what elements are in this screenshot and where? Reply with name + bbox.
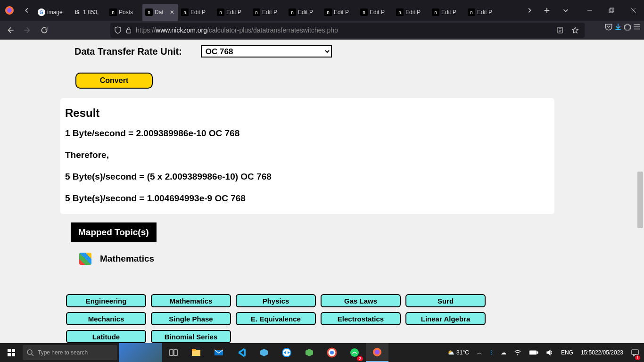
- mail-icon[interactable]: [207, 343, 230, 362]
- tab-edit-4[interactable]: nEdit P: [286, 4, 322, 21]
- nav-reload-button[interactable]: [37, 23, 52, 38]
- link-e-equivalence[interactable]: E. Equivalence: [236, 312, 316, 325]
- svg-point-20: [330, 351, 334, 354]
- tab-edit-5[interactable]: nEdit P: [322, 4, 357, 21]
- weather-tray[interactable]: ⛅31°C: [446, 343, 471, 362]
- vscode-icon[interactable]: [230, 343, 253, 362]
- tab-label: Edit P: [370, 9, 390, 16]
- svg-rect-4: [127, 30, 131, 33]
- window-close-button[interactable]: [622, 0, 644, 21]
- svg-rect-25: [537, 352, 538, 354]
- mapped-topic-row[interactable]: Mathematics: [79, 253, 154, 265]
- reader-mode-icon[interactable]: [554, 25, 566, 36]
- chrome-icon[interactable]: [321, 343, 343, 362]
- nav-back-button[interactable]: [3, 23, 18, 38]
- search-placeholder: Type here to search: [38, 349, 88, 356]
- onedrive-icon[interactable]: ☁: [499, 343, 508, 362]
- extensions-icon[interactable]: [623, 23, 632, 31]
- scrollbar-thumb[interactable]: [637, 172, 643, 228]
- result-line: 5 Byte(s)/second = (5 x 2.009389986e-10)…: [65, 172, 550, 182]
- link-binomial-series[interactable]: Binomial Series: [151, 330, 231, 343]
- mapped-topic-label: Mathematics: [100, 254, 154, 264]
- tab-edit-8[interactable]: nEdit P: [429, 4, 465, 21]
- tab-edit-7[interactable]: nEdit P: [393, 4, 429, 21]
- taskbar-weather-widget[interactable]: [119, 343, 162, 362]
- svg-rect-7: [12, 349, 15, 352]
- link-linear-algebra[interactable]: Linear Algebra: [405, 312, 486, 325]
- tab-scroll-left-button[interactable]: [19, 0, 35, 21]
- tab-label: image: [47, 9, 68, 16]
- notifications-icon[interactable]: 1: [629, 343, 641, 362]
- tab-label: Edit P: [298, 9, 319, 16]
- tab-edit-2[interactable]: nEdit P: [214, 4, 250, 21]
- svg-rect-12: [174, 350, 177, 355]
- unit-row: Data Transfer Rate Unit: OC 768: [74, 45, 332, 58]
- tab-image[interactable]: G image: [35, 4, 71, 21]
- pocket-icon[interactable]: [604, 23, 613, 31]
- app-cube-icon[interactable]: [253, 343, 275, 362]
- tab-edit-6[interactable]: nEdit P: [357, 4, 393, 21]
- system-tray: ⛅31°C ︿ ᛒ ☁ ENG 15:5022/05/2023 1: [446, 343, 644, 362]
- volume-icon[interactable]: [544, 343, 555, 362]
- wifi-icon[interactable]: [512, 343, 523, 362]
- tab-label: Edit P: [334, 9, 355, 16]
- nickzom-favicon-icon: n: [181, 8, 189, 16]
- downloads-icon[interactable]: [614, 23, 622, 31]
- tab-label: Edit P: [226, 9, 247, 16]
- lock-icon[interactable]: [125, 27, 132, 33]
- tab-posts[interactable]: n Posts: [107, 4, 142, 21]
- start-button[interactable]: [0, 343, 23, 362]
- tab-label: Edit P: [405, 9, 426, 16]
- vertical-scrollbar[interactable]: [636, 40, 644, 343]
- link-physics[interactable]: Physics: [236, 294, 316, 307]
- link-surd[interactable]: Surd: [405, 294, 486, 307]
- task-view-icon[interactable]: [162, 343, 185, 362]
- url-bar[interactable]: https://www.nickzom.org/calculator-plus/…: [110, 23, 585, 38]
- tab-label: Edit P: [441, 9, 462, 16]
- mapped-topics-heading: Mapped Topic(s): [71, 222, 157, 242]
- new-tab-button[interactable]: [537, 0, 556, 21]
- bookmark-star-icon[interactable]: [570, 25, 581, 36]
- result-line: Therefore,: [65, 150, 550, 160]
- tab-label: Dat: [155, 9, 167, 16]
- language-indicator[interactable]: ENG: [559, 343, 575, 362]
- tab-label: Edit P: [262, 9, 283, 16]
- taskbar-clock[interactable]: 15:5022/05/2023: [579, 343, 625, 362]
- tab-edit-3[interactable]: nEdit P: [250, 4, 286, 21]
- battery-icon[interactable]: [527, 343, 540, 362]
- file-explorer-icon[interactable]: [185, 343, 207, 362]
- tab-scroll-right-button[interactable]: [521, 0, 537, 21]
- window-maximize-button[interactable]: [601, 0, 622, 21]
- link-gas-laws[interactable]: Gas Laws: [321, 294, 401, 307]
- tab-strip: G image iS 1,853, n Posts n Dat ✕ nEdit …: [35, 0, 501, 21]
- app-green-cube-icon[interactable]: [298, 343, 321, 362]
- link-mechanics[interactable]: Mechanics: [66, 312, 146, 325]
- all-tabs-button[interactable]: [556, 0, 575, 21]
- tray-chevron-icon[interactable]: ︿: [475, 343, 484, 362]
- bluetooth-icon[interactable]: ᛒ: [488, 343, 495, 362]
- taskbar-search[interactable]: Type here to search: [23, 345, 117, 360]
- tab-1853[interactable]: iS 1,853,: [71, 4, 107, 21]
- convert-button[interactable]: Convert: [75, 73, 153, 89]
- link-single-phase[interactable]: Single Phase: [151, 312, 231, 325]
- link-mathematics[interactable]: Mathematics: [151, 294, 231, 307]
- nickzom-favicon-icon: n: [109, 8, 117, 16]
- math-topic-icon: [79, 253, 91, 265]
- tab-data-transfer[interactable]: n Dat ✕: [142, 4, 178, 21]
- tab-edit-1[interactable]: nEdit P: [178, 4, 214, 21]
- unit-select[interactable]: OC 768: [201, 45, 332, 58]
- link-engineering[interactable]: Engineering: [66, 294, 146, 307]
- shield-icon[interactable]: [114, 26, 122, 34]
- app-menu-icon[interactable]: [633, 23, 641, 31]
- firefox-taskbar-icon[interactable]: [366, 343, 388, 362]
- window-minimize-button[interactable]: [579, 0, 601, 21]
- result-box: Result 1 Byte/second = 2.009389986e-10 O…: [60, 98, 554, 214]
- nav-forward-button[interactable]: [20, 23, 35, 38]
- tab-edit-9[interactable]: nEdit P: [465, 4, 501, 21]
- link-latitude[interactable]: Latitude: [66, 330, 146, 343]
- link-electrostatics[interactable]: Electrostatics: [321, 312, 401, 325]
- weather-cloud-icon: ⛅: [447, 349, 454, 356]
- close-tab-icon[interactable]: ✕: [169, 9, 175, 16]
- teamviewer-icon[interactable]: [275, 343, 298, 362]
- whatsapp-icon[interactable]: 2: [343, 343, 366, 362]
